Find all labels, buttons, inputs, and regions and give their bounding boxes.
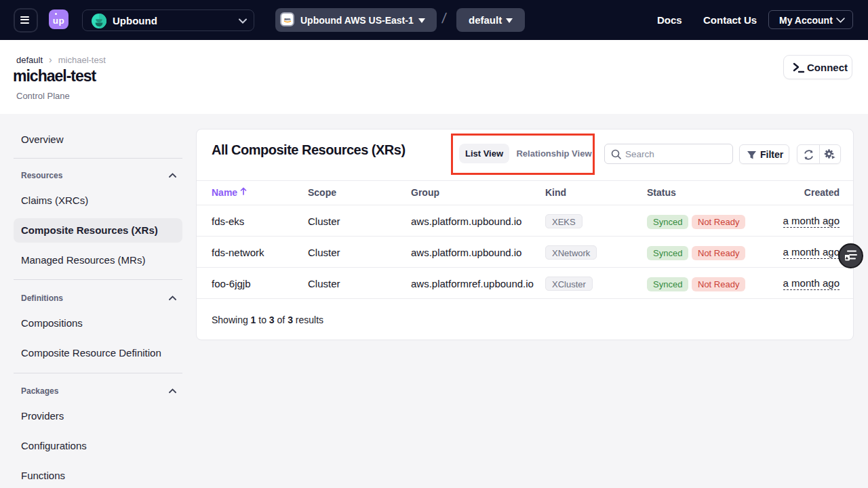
svg-text:aws: aws xyxy=(284,17,291,21)
